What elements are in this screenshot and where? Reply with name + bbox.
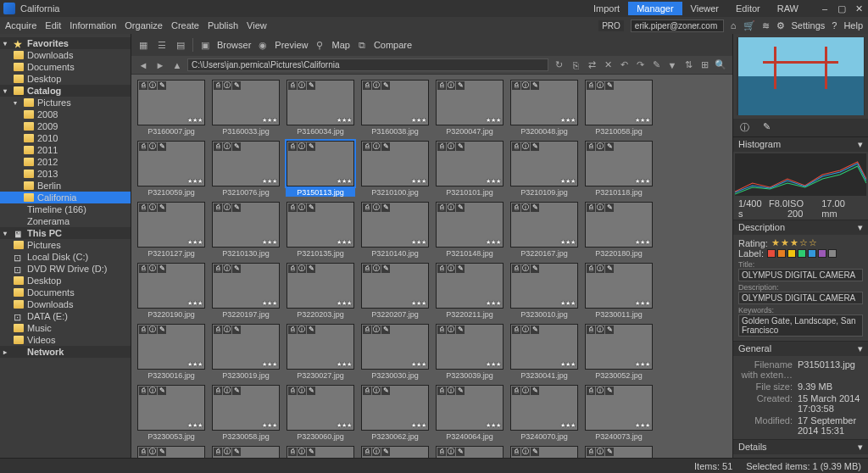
menu-edit[interactable]: Edit	[45, 20, 61, 31]
rating-stars[interactable]: ★★★☆☆	[771, 237, 818, 248]
thumbnail[interactable]: ⎙ⓘ✎★★★P3230060.jpg	[286, 385, 355, 441]
menu-publish[interactable]: Publish	[208, 20, 238, 31]
details-header[interactable]: Details▾	[733, 440, 868, 454]
thumbnail[interactable]: ⎙ⓘ✎★★★P3210076.jpg	[211, 141, 281, 197]
tool-delete-icon[interactable]: ✕	[601, 58, 615, 72]
tree-pc-pictures[interactable]: Pictures	[0, 239, 131, 251]
tool-search-icon[interactable]: 🔍	[714, 58, 727, 72]
thumbnail[interactable]: ⎙ⓘ✎★★★P3240064.jpg	[435, 385, 504, 441]
thumbnail[interactable]: ⎙ⓘ✎★★★P3240078.jpg	[211, 446, 281, 458]
thumbnail[interactable]: ⎙ⓘ✎★★★P3240095.jpg	[584, 446, 654, 458]
nav-back-icon[interactable]: ◄	[136, 58, 150, 72]
description-header[interactable]: Description▾	[733, 220, 868, 235]
thumbnail[interactable]: ⎙ⓘ✎★★★P3230062.jpg	[360, 385, 430, 441]
thumbnail[interactable]: ⎙ⓘ✎★★★P3230010.jpg	[509, 263, 579, 319]
menu-acquire[interactable]: Acquire	[5, 20, 36, 31]
settings-link[interactable]: Settings	[792, 20, 826, 31]
preview-pane[interactable]	[737, 37, 865, 115]
tab-viewer[interactable]: Viewer	[682, 2, 727, 15]
keywords-field[interactable]: Golden Gate, Landscape, San Francisco	[738, 314, 863, 337]
thumbnail[interactable]: ⎙ⓘ✎★★★P3210140.jpg	[360, 202, 430, 258]
thumbnail[interactable]: ⎙ⓘ✎★★★P3160038.jpg	[360, 80, 430, 136]
thumbnail[interactable]: ⎙ⓘ✎★★★P3160034.jpg	[286, 80, 355, 136]
tree-thispc[interactable]: ▾This PC	[0, 227, 131, 239]
tree-pc-music[interactable]: Music	[0, 322, 131, 334]
tool-sort-icon[interactable]: ⇅	[682, 58, 695, 72]
thumbnail[interactable]: ⎙ⓘ✎★★★P3200047.jpg	[435, 80, 504, 136]
tab-import[interactable]: Import	[585, 2, 628, 15]
tab-manager[interactable]: Manager	[628, 2, 682, 15]
tool-copy-icon[interactable]: ⎘	[569, 58, 582, 72]
view-thumbnails-icon[interactable]: ▦	[136, 38, 150, 52]
thumbnail[interactable]: ⎙ⓘ✎★★★P3230052.jpg	[584, 324, 654, 380]
thumbnail[interactable]: ⎙ⓘ✎★★★P3210135.jpg	[286, 202, 355, 258]
tree-year-2011[interactable]: 2011	[0, 144, 131, 156]
desc-field[interactable]: OLYMPUS DIGITAL CAMERA	[738, 292, 863, 304]
path-input[interactable]: C:\Users\jan.pernica\Pictures\California	[187, 58, 548, 71]
tree-network[interactable]: ▸Network	[0, 346, 131, 358]
tree-pc-videos[interactable]: Videos	[0, 334, 131, 346]
tree-year-2009[interactable]: 2009	[0, 120, 131, 132]
help-link[interactable]: Help	[843, 20, 863, 31]
tool-rotate-left-icon[interactable]: ↶	[617, 58, 631, 72]
thumbnail[interactable]: ⎙ⓘ✎★★★P3160033.jpg	[211, 80, 281, 136]
maximize-icon[interactable]: ▢	[836, 3, 848, 14]
browser-tab[interactable]: Browser	[217, 40, 251, 50]
tree-favorites[interactable]: ▾Favorites	[0, 37, 131, 49]
thumbnail[interactable]: ⎙ⓘ✎★★★P3210148.jpg	[435, 202, 504, 258]
thumbnail[interactable]: ⎙ⓘ✎★★★P3230053.jpg	[136, 385, 206, 441]
thumbnail-grid[interactable]: ⎙ⓘ✎★★★P3160007.jpg⎙ⓘ✎★★★P3160033.jpg⎙ⓘ✎★…	[131, 75, 732, 458]
tree-pc-documents[interactable]: Documents	[0, 287, 131, 298]
close-icon[interactable]: ✕	[853, 3, 865, 14]
thumbnail[interactable]: ⎙ⓘ✎★★★P3210127.jpg	[136, 202, 206, 258]
thumbnail[interactable]: ⎙ⓘ✎★★★P3240085.jpg	[360, 446, 430, 458]
thumbnail[interactable]: ⎙ⓘ✎★★★P3220197.jpg	[211, 263, 281, 319]
tree-year-2010[interactable]: 2010	[0, 132, 131, 144]
tool-filter-icon[interactable]: ▼	[665, 58, 679, 72]
tree-zonerama[interactable]: Zonerama	[0, 215, 131, 227]
tree-fav-documents[interactable]: Documents	[0, 61, 131, 73]
tree-pc-desktop[interactable]: Desktop	[0, 275, 131, 287]
thumbnail[interactable]: ⎙ⓘ✎★★★P3150113.jpg	[286, 141, 355, 197]
tree-pc-data[interactable]: DATA (E:)	[0, 310, 131, 322]
tree-pc-downloads[interactable]: Downloads	[0, 298, 131, 310]
tree-fav-downloads[interactable]: Downloads	[0, 49, 131, 61]
menu-create[interactable]: Create	[171, 20, 199, 31]
thumbnail[interactable]: ⎙ⓘ✎★★★P3230016.jpg	[136, 324, 206, 380]
tool-rotate-right-icon[interactable]: ↷	[633, 58, 647, 72]
thumbnail[interactable]: ⎙ⓘ✎★★★P3230030.jpg	[360, 324, 430, 380]
tree-pictures[interactable]: ▾Pictures	[0, 97, 131, 109]
thumbnail[interactable]: ⎙ⓘ✎★★★P3240073.jpg	[584, 385, 654, 441]
view-details-icon[interactable]: ☰	[155, 38, 169, 52]
preview-tab-icon[interactable]: ◉	[256, 38, 270, 52]
thumbnail[interactable]: ⎙ⓘ✎★★★P3200048.jpg	[509, 80, 579, 136]
tree-fav-desktop[interactable]: Desktop	[0, 73, 131, 85]
thumbnail[interactable]: ⎙ⓘ✎★★★P3210130.jpg	[211, 202, 281, 258]
thumbnail[interactable]: ⎙ⓘ✎★★★P3220211.jpg	[435, 263, 504, 319]
thumbnail[interactable]: ⎙ⓘ✎★★★P3240083.jpg	[286, 446, 355, 458]
thumbnail[interactable]: ⎙ⓘ✎★★★P3240090.jpg	[435, 446, 504, 458]
tab-editor[interactable]: Editor	[727, 2, 769, 15]
tree-berlin[interactable]: Berlin	[0, 180, 131, 192]
nav-forward-icon[interactable]: ►	[153, 58, 167, 72]
tool-rename-icon[interactable]: ✎	[649, 58, 663, 72]
menu-information[interactable]: Information	[70, 20, 116, 31]
view-tiles-icon[interactable]: ▤	[174, 38, 187, 52]
tree-catalog[interactable]: ▾Catalog	[0, 85, 131, 97]
thumbnail[interactable]: ⎙ⓘ✎★★★P3230039.jpg	[435, 324, 504, 380]
map-tab-icon[interactable]: ⚲	[313, 38, 326, 52]
panel-tab-info-icon[interactable]: ⓘ	[733, 119, 756, 136]
rss-icon[interactable]: ≋	[762, 20, 770, 31]
tree-pc-localdisk[interactable]: Local Disk (C:)	[0, 251, 131, 263]
thumbnail[interactable]: ⎙ⓘ✎★★★P3210100.jpg	[360, 141, 430, 197]
thumbnail[interactable]: ⎙ⓘ✎★★★P3210058.jpg	[584, 80, 654, 136]
thumbnail[interactable]: ⎙ⓘ✎★★★P3220180.jpg	[584, 202, 654, 258]
thumbnail[interactable]: ⎙ⓘ✎★★★P3240074.jpg	[136, 446, 206, 458]
tree-year-2008[interactable]: 2008	[0, 109, 131, 120]
compare-tab-icon[interactable]: ⧉	[355, 38, 369, 52]
thumbnail[interactable]: ⎙ⓘ✎★★★P3230058.jpg	[211, 385, 281, 441]
thumbnail[interactable]: ⎙ⓘ✎★★★P3220203.jpg	[286, 263, 355, 319]
gear-icon[interactable]: ⚙	[776, 20, 785, 31]
preview-tab[interactable]: Preview	[275, 40, 308, 50]
thumbnail[interactable]: ⎙ⓘ✎★★★P3230011.jpg	[584, 263, 654, 319]
